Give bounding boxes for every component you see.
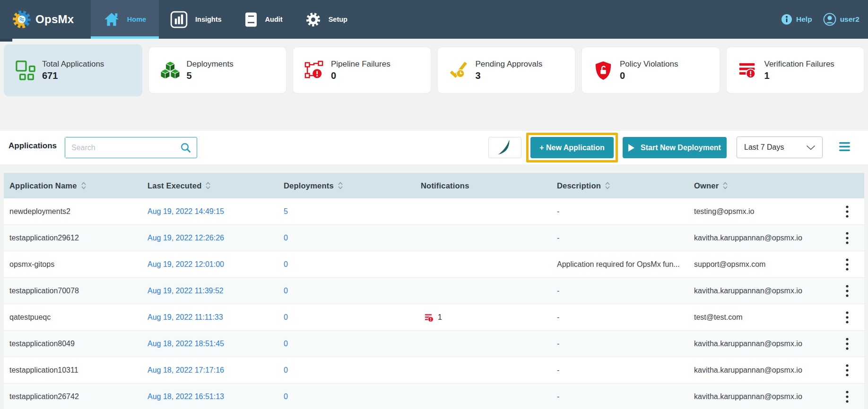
cell-application-name[interactable]: testapplication10311	[4, 366, 142, 375]
nav-tab-audit-label: Audit	[265, 16, 283, 23]
approval-check-clock-icon	[449, 60, 469, 80]
sort-icon[interactable]	[81, 182, 86, 189]
cell-last-executed[interactable]: Aug 19, 2022 11:11:33	[142, 313, 278, 322]
cell-application-name[interactable]: qatestpueqc	[4, 313, 142, 322]
help-label: Help	[796, 15, 812, 24]
sort-icon[interactable]	[605, 182, 610, 189]
cell-owner: kavitha.karuppannan@opsmx.io	[688, 366, 830, 375]
card-value: 0	[620, 70, 678, 81]
card-label: Verification Failures	[764, 60, 834, 69]
nav-tab-setup[interactable]: Setup	[294, 0, 359, 39]
kebab-icon	[846, 390, 849, 403]
cell-application-name[interactable]: testapplication26742	[4, 392, 142, 401]
cell-description: -	[551, 392, 688, 401]
row-actions-menu[interactable]	[830, 311, 864, 324]
kebab-icon	[846, 284, 849, 298]
column-header-deployments[interactable]: Deployments	[278, 181, 415, 190]
cell-last-executed[interactable]: Aug 19, 2022 14:49:15	[142, 207, 278, 216]
table-row: testapplication70078 Aug 19, 2022 11:39:…	[4, 278, 864, 304]
nav-tab-home[interactable]: Home	[91, 0, 159, 39]
hamburger-icon	[839, 142, 850, 151]
row-actions-menu[interactable]	[830, 231, 864, 245]
column-header-last-executed[interactable]: Last Executed	[142, 181, 278, 190]
new-application-button[interactable]: + New Application	[530, 137, 614, 158]
row-actions-menu[interactable]	[830, 205, 864, 218]
row-actions-menu[interactable]	[830, 258, 864, 271]
cubes-icon	[160, 60, 180, 80]
play-icon	[628, 144, 634, 152]
sort-icon[interactable]	[723, 182, 728, 189]
cell-deployments[interactable]: 0	[278, 366, 415, 375]
cell-application-name[interactable]: testapplication29612	[4, 234, 142, 242]
card-label: Policy Violations	[620, 60, 678, 69]
cell-last-executed[interactable]: Aug 19, 2022 11:39:52	[142, 287, 278, 295]
card-value: 0	[331, 70, 391, 81]
spinnaker-button[interactable]	[488, 137, 521, 158]
cell-description: -	[551, 313, 688, 322]
kebab-icon	[846, 231, 849, 245]
column-header-description[interactable]: Description	[551, 181, 688, 190]
row-actions-menu[interactable]	[830, 390, 864, 403]
cell-description: -	[551, 234, 688, 242]
insights-icon	[170, 11, 188, 28]
row-actions-menu[interactable]	[830, 337, 864, 350]
table-menu-button[interactable]	[839, 142, 850, 153]
column-header-application-name[interactable]: Application Name	[4, 181, 142, 190]
cell-deployments[interactable]: 0	[278, 260, 415, 269]
card-label: Pending Approvals	[476, 60, 543, 69]
cell-deployments[interactable]: 5	[278, 207, 415, 216]
row-actions-menu[interactable]	[830, 364, 864, 377]
pipeline-error-icon	[304, 60, 324, 80]
cell-application-name[interactable]: testapplication70078	[4, 287, 142, 295]
search-icon[interactable]	[181, 143, 191, 153]
column-header-owner[interactable]: Owner	[688, 181, 830, 190]
search-input[interactable]	[65, 137, 181, 158]
card-verification-failures[interactable]: Verification Failures 1	[726, 47, 865, 94]
user-menu[interactable]: user2	[823, 13, 859, 26]
notification-count[interactable]: 1	[438, 313, 442, 322]
row-actions-menu[interactable]	[830, 284, 864, 298]
verification-error-icon	[738, 60, 758, 80]
shield-unlocked-icon	[593, 60, 613, 80]
card-deployments[interactable]: Deployments 5	[148, 47, 287, 94]
cell-last-executed[interactable]: Aug 18, 2022 16:51:13	[142, 392, 278, 401]
sort-icon[interactable]	[206, 182, 210, 189]
cell-deployments[interactable]: 0	[278, 340, 415, 348]
top-nav: OpsMx Home Insights Audit Setup Help use…	[0, 0, 868, 39]
cell-deployments[interactable]: 0	[278, 392, 415, 401]
chevron-down-icon	[806, 145, 816, 150]
cell-application-name[interactable]: newdeployments2	[4, 207, 142, 216]
table-row: testapplication8049 Aug 18, 2022 18:51:4…	[4, 331, 864, 357]
card-pipeline-failures[interactable]: Pipeline Failures 0	[293, 47, 431, 94]
date-range-select[interactable]: Last 7 Days	[737, 136, 823, 158]
card-total-applications[interactable]: Total Applications 671	[4, 44, 142, 96]
card-label: Deployments	[187, 60, 234, 69]
cell-application-name[interactable]: opsmx-gitops	[4, 260, 142, 269]
cell-deployments[interactable]: 0	[278, 287, 415, 295]
setup-gear-icon	[305, 12, 321, 27]
table-row: qatestpueqc Aug 19, 2022 11:11:33 0 1 - …	[4, 304, 864, 331]
cell-last-executed[interactable]: Aug 18, 2022 17:17:16	[142, 366, 278, 375]
nav-tab-audit[interactable]: Audit	[233, 0, 294, 39]
search-box	[65, 137, 197, 158]
sort-icon[interactable]	[338, 182, 343, 189]
cell-last-executed[interactable]: Aug 19, 2022 12:26:26	[142, 234, 278, 242]
nav-tab-insights[interactable]: Insights	[159, 0, 233, 39]
card-policy-violations[interactable]: Policy Violations 0	[582, 47, 720, 94]
cell-last-executed[interactable]: Aug 18, 2022 18:51:45	[142, 340, 278, 348]
cell-application-name[interactable]: testapplication8049	[4, 340, 142, 348]
start-new-deployment-button[interactable]: Start New Deployment	[623, 137, 727, 158]
column-header-notifications[interactable]: Notifications	[415, 181, 551, 190]
cell-description: -	[551, 207, 688, 216]
card-pending-approvals[interactable]: Pending Approvals 3	[437, 47, 576, 94]
cell-owner: testing@opsmx.io	[688, 207, 830, 216]
kebab-icon	[846, 364, 849, 377]
cell-deployments[interactable]: 0	[278, 313, 415, 322]
nav-tab-setup-label: Setup	[329, 16, 347, 23]
brand-name: OpsMx	[35, 13, 74, 26]
cell-deployments[interactable]: 0	[278, 234, 415, 242]
card-label: Pipeline Failures	[331, 60, 391, 69]
cell-last-executed[interactable]: Aug 19, 2022 12:01:00	[142, 260, 278, 269]
help-button[interactable]: Help	[781, 14, 812, 25]
user-label: user2	[840, 15, 859, 24]
